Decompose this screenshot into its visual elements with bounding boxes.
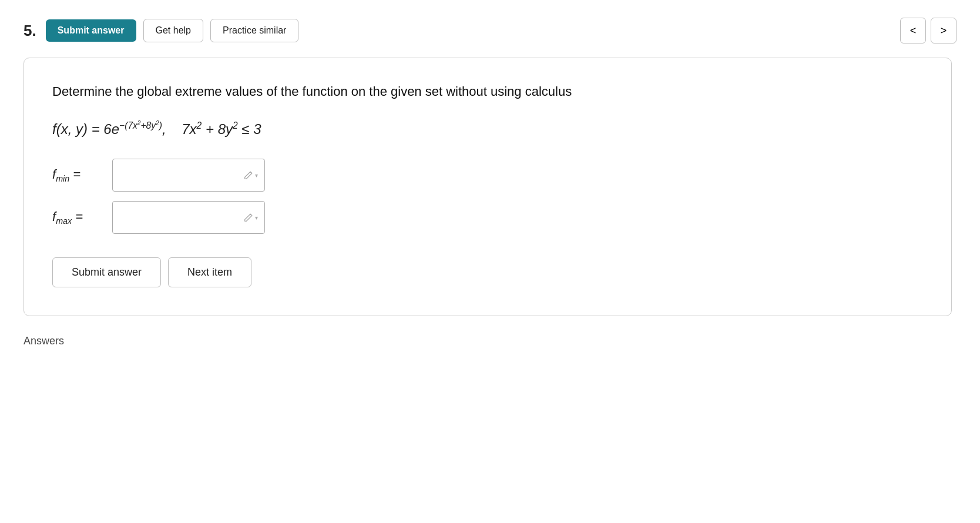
f-min-label: fmin =: [52, 167, 105, 183]
answers-section: Answers: [24, 335, 956, 347]
f-max-pencil-button[interactable]: ▾: [241, 210, 260, 225]
f-min-pencil-button[interactable]: ▾: [241, 167, 260, 183]
get-help-button[interactable]: Get help: [143, 19, 203, 42]
f-max-row: fmax = ▾: [52, 201, 923, 234]
f-min-row: fmin = ▾: [52, 159, 923, 192]
problem-number: 5.: [24, 22, 36, 40]
nav-group: < >: [900, 18, 956, 43]
practice-similar-button[interactable]: Practice similar: [210, 19, 298, 42]
formula-text: f(x, y) = 6e−(7x2+8y2), 7x2 + 8y2 ≤ 3: [52, 120, 261, 138]
bottom-buttons: Submit answer Next item: [52, 257, 923, 287]
f-max-label: fmax =: [52, 209, 105, 226]
top-bar: 5. Submit answer Get help Practice simil…: [24, 18, 956, 43]
chevron-down-icon-2: ▾: [255, 214, 258, 221]
answers-label: Answers: [24, 335, 64, 347]
top-bar-left: 5. Submit answer Get help Practice simil…: [24, 19, 298, 42]
chevron-down-icon: ▾: [255, 172, 258, 179]
next-item-button[interactable]: Next item: [168, 257, 251, 287]
pencil-icon-2: [243, 212, 254, 223]
submit-answer-button[interactable]: Submit answer: [46, 19, 136, 42]
pencil-icon: [243, 170, 254, 180]
problem-description: Determine the global extreme values of t…: [52, 82, 923, 101]
card-submit-answer-button[interactable]: Submit answer: [52, 257, 161, 287]
f-max-input-wrap: ▾: [112, 201, 265, 234]
next-button[interactable]: >: [931, 18, 956, 43]
problem-formula: f(x, y) = 6e−(7x2+8y2), 7x2 + 8y2 ≤ 3: [52, 120, 923, 138]
prev-button[interactable]: <: [900, 18, 926, 43]
f-min-input-wrap: ▾: [112, 159, 265, 192]
problem-card: Determine the global extreme values of t…: [24, 58, 952, 316]
